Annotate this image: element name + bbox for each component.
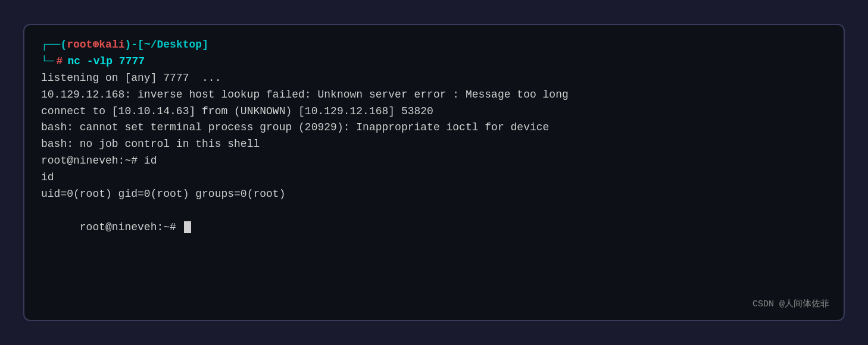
prompt-top-line: ┌──(root⊛kali)-[~/Desktop] [41, 37, 827, 54]
watermark: CSDN @人间体佐菲 [753, 298, 829, 309]
prompt-arrow: └─ [41, 54, 54, 70]
corner-bracket: ┌──( [41, 37, 67, 54]
prompt-hash: # [57, 54, 63, 70]
cursor-block [184, 221, 191, 233]
output-line-3: connect to [10.10.14.63] from (UNKNOWN) … [41, 104, 827, 120]
output-line-9: root@nineveh:~# [41, 203, 827, 253]
output-line-7: id [41, 170, 827, 186]
prompt-bracket-close: )-[ [125, 37, 144, 54]
output-line-6: root@nineveh:~# id [41, 153, 827, 170]
final-prompt-text: root@nineveh:~# [80, 221, 183, 233]
command-text: nc -vlp 7777 [67, 54, 145, 70]
output-line-2: 10.129.12.168: inverse host lookup faile… [41, 87, 827, 104]
terminal-window: ┌──(root⊛kali)-[~/Desktop] └─# nc -vlp 7… [23, 24, 845, 321]
prompt-at-symbol: ⊛ [92, 37, 99, 54]
output-line-1: listening on [any] 7777 ... [41, 70, 827, 87]
prompt-bracket-end: ] [202, 37, 208, 54]
output-line-4: bash: cannot set terminal process group … [41, 120, 827, 136]
output-line-8: uid=0(root) gid=0(root) groups=0(root) [41, 186, 827, 203]
prompt-directory: ~/Desktop [144, 37, 202, 54]
prompt-user: root [67, 37, 92, 54]
prompt-hostname: kali [99, 37, 124, 54]
output-line-5: bash: no job control in this shell [41, 136, 827, 153]
command-line: └─# nc -vlp 7777 [41, 54, 827, 70]
terminal-content: ┌──(root⊛kali)-[~/Desktop] └─# nc -vlp 7… [41, 37, 827, 253]
